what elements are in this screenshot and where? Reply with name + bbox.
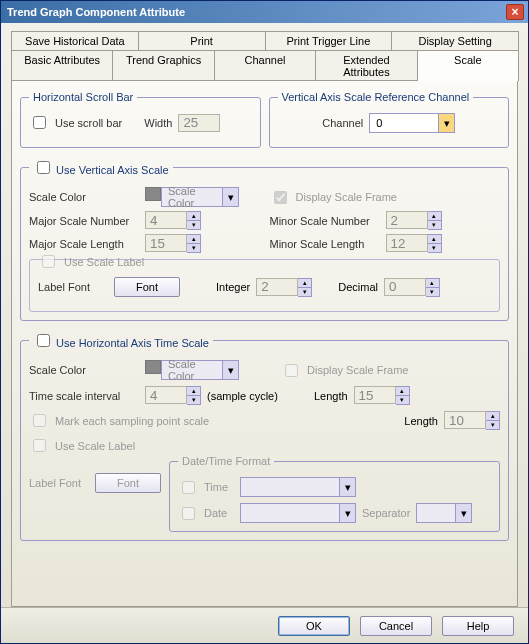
chevron-up-icon[interactable]: ▴ — [187, 235, 200, 244]
chevron-down-icon[interactable]: ▾ — [187, 221, 200, 229]
label-mark-each: Mark each sampling point scale — [55, 415, 209, 427]
input-minor-num — [386, 211, 428, 229]
label-date: Date — [204, 507, 234, 519]
spinner-minor-len[interactable]: ▴▾ — [428, 234, 442, 253]
chevron-down-icon[interactable]: ▾ — [428, 221, 441, 229]
label-width: Width — [144, 117, 172, 129]
combo-date-format: ▾ — [240, 503, 356, 523]
ok-button[interactable]: OK — [278, 616, 350, 636]
label-vaxis-use-scale-label: Use Scale Label — [64, 256, 144, 268]
chevron-down-icon[interactable]: ▾ — [187, 244, 200, 252]
tab-strip: Save Historical Data Print Print Trigger… — [11, 31, 518, 81]
body: Save Historical Data Print Print Trigger… — [1, 23, 528, 607]
legend-vaxis-use: Use Vertical Axis Scale — [29, 158, 173, 177]
label-channel: Channel — [322, 117, 363, 129]
label-use-scrollbar: Use scroll bar — [55, 117, 122, 129]
label-length-b: Length — [404, 415, 438, 427]
combo-haxis-color-value: Scale Color — [161, 360, 223, 380]
label-haxis-use-scale-label: Use Scale Label — [55, 440, 135, 452]
checkbox-haxis-use-scale-label — [33, 439, 46, 452]
label-use-vaxis: Use Vertical Axis Scale — [56, 164, 169, 176]
chevron-up-icon[interactable]: ▴ — [428, 212, 441, 221]
input-time-interval — [145, 386, 187, 404]
help-button[interactable]: Help — [442, 616, 514, 636]
tab-basic-attributes[interactable]: Basic Attributes — [11, 50, 113, 81]
chevron-up-icon[interactable]: ▴ — [298, 279, 311, 288]
color-swatch-icon — [145, 360, 161, 374]
cancel-button[interactable]: Cancel — [360, 616, 432, 636]
chevron-down-icon[interactable]: ▾ — [223, 187, 239, 207]
label-length-a: Length — [314, 390, 348, 402]
chevron-down-icon: ▾ — [340, 503, 356, 523]
spinner-length-a[interactable]: ▴▾ — [396, 386, 410, 405]
input-major-num — [145, 211, 187, 229]
chevron-up-icon[interactable]: ▴ — [486, 412, 499, 421]
tab-scale[interactable]: Scale — [417, 50, 519, 81]
chevron-up-icon[interactable]: ▴ — [396, 387, 409, 396]
label-time: Time — [204, 481, 234, 493]
label-decimal: Decimal — [338, 281, 378, 293]
tab-content-scale: Horizontal Scroll Bar Use scroll bar Wid… — [11, 80, 518, 607]
close-icon[interactable]: × — [506, 4, 524, 20]
spinner-integer[interactable]: ▴▾ — [298, 278, 312, 297]
chevron-down-icon[interactable]: ▾ — [298, 288, 311, 296]
legend-dt-format: Date/Time Format — [178, 455, 274, 467]
chevron-down-icon[interactable]: ▾ — [187, 396, 200, 404]
button-vaxis-font[interactable]: Font — [114, 277, 180, 297]
chevron-down-icon[interactable]: ▾ — [486, 421, 499, 429]
input-integer — [256, 278, 298, 296]
tab-save-historical[interactable]: Save Historical Data — [11, 31, 139, 50]
label-time-interval: Time scale interval — [29, 390, 139, 402]
spinner-major-len[interactable]: ▴▾ — [187, 234, 201, 253]
spinner-time-interval[interactable]: ▴▾ — [187, 386, 201, 405]
combo-vaxis-color-value: Scale Color — [161, 187, 223, 207]
tab-display-setting[interactable]: Display Setting — [391, 31, 519, 50]
checkbox-haxis-display-frame — [285, 364, 298, 377]
legend-vaxis-channel: Vertical Axis Scale Reference Channel — [278, 91, 474, 103]
chevron-up-icon[interactable]: ▴ — [426, 279, 439, 288]
chevron-down-icon[interactable]: ▾ — [223, 360, 239, 380]
checkbox-time — [182, 481, 195, 494]
button-haxis-font: Font — [95, 473, 161, 493]
chevron-down-icon[interactable]: ▾ — [428, 244, 441, 252]
spinner-major-num[interactable]: ▴▾ — [187, 211, 201, 230]
checkbox-use-haxis-scale[interactable] — [37, 334, 50, 347]
chevron-up-icon[interactable]: ▴ — [187, 212, 200, 221]
input-major-len — [145, 234, 187, 252]
combo-separator: ▾ — [416, 503, 472, 523]
checkbox-use-vaxis-scale[interactable] — [37, 161, 50, 174]
tab-print-trigger[interactable]: Print Trigger Line — [265, 31, 393, 50]
label-haxis-display-frame: Display Scale Frame — [307, 364, 408, 376]
combo-channel[interactable]: 0 ▾ — [369, 113, 455, 133]
tab-channel[interactable]: Channel — [214, 50, 316, 81]
titlebar: Trend Graph Component Attribute × — [1, 1, 528, 23]
chevron-down-icon[interactable]: ▾ — [396, 396, 409, 404]
group-horizontal-axis-time-scale: Use Horizontal Axis Time Scale Scale Col… — [20, 331, 509, 541]
chevron-up-icon[interactable]: ▴ — [428, 235, 441, 244]
checkbox-use-scrollbar[interactable] — [33, 116, 46, 129]
combo-channel-value: 0 — [369, 113, 439, 133]
combo-haxis-scale-color[interactable]: Scale Color ▾ — [145, 360, 239, 380]
legend-hscroll: Horizontal Scroll Bar — [29, 91, 137, 103]
chevron-down-icon[interactable]: ▾ — [439, 113, 455, 133]
window: Trend Graph Component Attribute × Save H… — [0, 0, 529, 644]
tab-print[interactable]: Print — [138, 31, 266, 50]
color-swatch-icon — [145, 187, 161, 201]
spinner-minor-num[interactable]: ▴▾ — [428, 211, 442, 230]
label-vaxis-scale-color: Scale Color — [29, 191, 139, 203]
tab-extended-attributes[interactable]: Extended Attributes — [315, 50, 417, 81]
label-haxis-scale-color: Scale Color — [29, 364, 139, 376]
group-horizontal-scroll: Horizontal Scroll Bar Use scroll bar Wid… — [20, 91, 261, 148]
spinner-decimal[interactable]: ▴▾ — [426, 278, 440, 297]
combo-time-value — [240, 477, 340, 497]
spinner-length-b[interactable]: ▴▾ — [486, 411, 500, 430]
label-vaxis-display-frame: Display Scale Frame — [296, 191, 397, 203]
chevron-up-icon[interactable]: ▴ — [187, 387, 200, 396]
label-minor-num: Minor Scale Number — [270, 215, 380, 227]
chevron-down-icon[interactable]: ▾ — [426, 288, 439, 296]
tab-trend-graphics[interactable]: Trend Graphics — [112, 50, 214, 81]
chevron-down-icon: ▾ — [340, 477, 356, 497]
input-length-a — [354, 386, 396, 404]
combo-vaxis-scale-color[interactable]: Scale Color ▾ — [145, 187, 239, 207]
label-use-haxis: Use Horizontal Axis Time Scale — [56, 337, 209, 349]
